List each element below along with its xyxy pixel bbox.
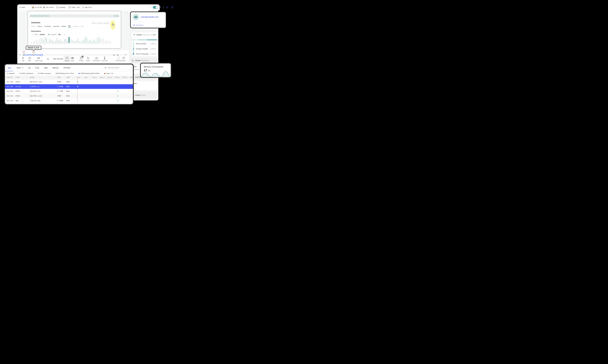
inspect-button[interactable]: Inspect: [122, 56, 126, 61]
stat-label: 15.15KB: transferred: [19, 73, 33, 74]
panel-network-button[interactable]: Network: [64, 56, 71, 62]
controls-divider: [114, 56, 114, 63]
network-tab-other[interactable]: OTHER: [64, 67, 70, 69]
favorite-button[interactable]: [166, 6, 168, 9]
back-button[interactable]: Back: [19, 4, 25, 10]
autoplay-toggle[interactable]: ✓: [153, 6, 158, 9]
filter-field[interactable]: [103, 66, 131, 70]
collapse-panel-button[interactable]: »: [126, 11, 129, 14]
chart-bar-column: 20: [97, 37, 98, 44]
user-email-link[interactable]: user@example.com: [141, 16, 159, 18]
next-session-button[interactable]: [159, 6, 162, 9]
event-clicked-dashboard[interactable]: Clicked Dashboard: [130, 58, 157, 63]
share-button[interactable]: [171, 6, 173, 9]
network-tab-xhr[interactable]: XHR?: [16, 67, 23, 69]
table-row-manifest.json[interactable]: 2xx-3xxothermanifest.json492B26ms: [5, 94, 133, 98]
chart-tick-label: 8: [33, 43, 33, 44]
page-tab-ad-groups[interactable]: Ad groups: [53, 26, 59, 28]
issue-marker-dead-click[interactable]: i: [32, 50, 35, 54]
metric-dot: [32, 34, 34, 35]
page-tab-advices[interactable]: Advices: [38, 26, 42, 28]
page-tab-settings[interactable]: Settings: [61, 26, 66, 28]
panel-events-button[interactable]: Events: [86, 56, 90, 61]
prev-session-button[interactable]: [150, 6, 152, 9]
table-row-manifest.json[interactable]: 2xx-3xxothermanifest.json492B19ms: [5, 79, 133, 84]
gauge-icon: [95, 56, 98, 59]
total-time-label: 5:24: [124, 54, 127, 56]
event-visited[interactable]: Visited: [130, 81, 157, 91]
filter-input[interactable]: [107, 67, 129, 69]
chart-tick-label: 31: [67, 43, 68, 44]
speed-button[interactable]: 1x: [47, 58, 49, 60]
add-metric-button[interactable]: +: [63, 33, 66, 36]
table-row-favicon.ico[interactable]: 2xx-3xxotherfavicon.ico3.77KB52ms: [5, 89, 133, 94]
full-screen-button[interactable]: Full Screen: [116, 56, 122, 61]
chart-tick-label: 16: [45, 43, 45, 44]
play-icon: [22, 56, 24, 59]
chart-bar-column: 8: [33, 37, 34, 44]
page-tab-campaigns[interactable]: Campaigns: [44, 26, 51, 28]
chart-bar-column: 13: [40, 37, 41, 44]
panel-console-button[interactable]: 3 Console: [79, 56, 84, 61]
timeline-event-dot[interactable]: [39, 55, 39, 55]
network-tab-css[interactable]: CSS: [35, 67, 39, 69]
table-row-logo192.png[interactable]: 2xx-3xximglogo192.png5.22KB25ms: [5, 98, 133, 103]
chart-bar-column: 24: [103, 37, 104, 44]
section-more-button[interactable]: ⋯: [113, 30, 114, 32]
chart-bar: [43, 39, 44, 43]
chart-tick-label: 23: [101, 43, 102, 44]
date-range-select[interactable]: Custom: 14/12/2019 - 21/01/2020: [91, 21, 113, 25]
network-icon: [65, 56, 69, 59]
network-stat: 15.18KB: resources: [36, 73, 53, 74]
page-tab-listings[interactable]: Listings: [31, 26, 35, 28]
cell-time: 25ms: [66, 100, 70, 102]
chart-tick-label: 14: [88, 43, 89, 44]
chart-tick-label: 21: [52, 43, 53, 44]
metric-value: 1,162ms: [150, 43, 156, 45]
network-tab-media[interactable]: MEDIA: [53, 67, 59, 69]
chart-bar: [82, 40, 83, 43]
panel-long-tasks-button[interactable]: Long Tasks: [101, 56, 108, 61]
panel-state-button[interactable]: State: [71, 56, 74, 61]
issue-marker[interactable]: i: [22, 50, 26, 54]
timeline-event-dot[interactable]: [117, 55, 118, 55]
timeline-event-dot[interactable]: [118, 55, 118, 55]
device-info: Desktop: [56, 4, 65, 10]
table-row-tracker.js[interactable]: 2xx-3xxscripttracker.js5.22KB18ms: [5, 84, 133, 89]
back-10s-button[interactable]: 10 Back: [28, 56, 31, 61]
page-tab-ads[interactable]: Ads: [68, 25, 71, 28]
skip-to-issue-button[interactable]: Skip to Issue: [35, 56, 43, 61]
chart-bar: [46, 38, 47, 43]
play-button[interactable]: Play: [22, 56, 24, 61]
page-tab-more[interactable]: More: [81, 26, 84, 28]
network-tab-img[interactable]: IMG: [44, 67, 48, 69]
chart-tick-label: 10: [82, 43, 83, 44]
network-tab-all[interactable]: ALL: [8, 67, 12, 69]
skip-inactivity-button[interactable]: Skip Inactivity: [53, 58, 63, 60]
metric-chip-conversion[interactable]: Conversion902: [47, 33, 62, 36]
page-tab-keywords[interactable]: Keywords: [73, 26, 78, 28]
panel-performance-button[interactable]: Performance: [93, 56, 100, 61]
cell-type: img: [15, 100, 18, 102]
timeline-playhead[interactable]: [41, 54, 43, 56]
timeline-event-dot[interactable]: [114, 55, 115, 55]
chart-bar: [70, 39, 71, 43]
cell-status: 2xx-3xx: [6, 95, 13, 97]
cell-time: 26ms: [66, 95, 70, 97]
chart-bar: [48, 42, 49, 43]
chart-bar-column: 29: [64, 37, 65, 44]
rewind-10-icon: 10: [28, 56, 31, 59]
timeline-event-dot[interactable]: [113, 55, 114, 55]
waterfall-bar: [117, 100, 118, 102]
metadata-button[interactable]: Metadata: [133, 24, 144, 26]
chart-bar-column: 17: [46, 37, 47, 44]
chart-bar: [79, 41, 80, 43]
metric-chip-clicks[interactable]: Clicks123,949: [31, 33, 46, 36]
network-tab-js[interactable]: JS: [28, 67, 30, 69]
chart-bar: [52, 40, 53, 43]
event-clicked-about[interactable]: Clicked About: [130, 92, 157, 98]
metadata-icon: [133, 24, 135, 26]
chart-bar-column: 13: [86, 37, 87, 44]
dead-click-tooltip: DEAD CLICK: [26, 46, 41, 50]
load-progress-bar: [132, 39, 157, 40]
